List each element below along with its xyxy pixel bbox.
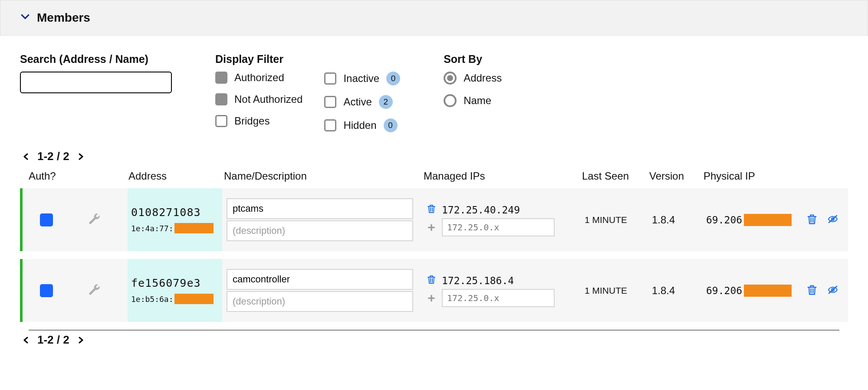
search-label: Search (Address / Name) [20, 53, 172, 66]
member-name-input[interactable] [227, 269, 413, 290]
add-ip-input[interactable] [442, 218, 555, 236]
col-physical-ip: Physical IP [704, 170, 803, 182]
member-description-input[interactable] [227, 291, 413, 312]
sort-name-radio[interactable] [444, 94, 457, 107]
filter-active-checkbox[interactable] [324, 96, 336, 108]
pager-next-icon[interactable] [77, 333, 84, 347]
search-section: Search (Address / Name) [20, 53, 172, 93]
panel-title: Members [37, 11, 90, 25]
redacted-block [174, 223, 214, 233]
trash-icon[interactable] [426, 274, 437, 287]
sort-address-radio[interactable] [444, 72, 457, 85]
sort-section: Sort By Address Name [444, 53, 502, 107]
chevron-down-icon [20, 11, 30, 25]
filter-bridges-label: Bridges [234, 115, 270, 127]
member-row: fe156079e3 1e:b5:6a: 172.25.186.4 + 1 MI… [20, 259, 848, 322]
pager-top: 1-2 / 2 [20, 150, 848, 163]
member-description-input[interactable] [227, 220, 413, 241]
redacted-block [744, 214, 792, 226]
hidden-count-badge: 0 [384, 118, 398, 132]
filter-not-authorized-label: Not Authorized [234, 93, 302, 105]
filter-bridges-checkbox[interactable] [215, 115, 227, 127]
version-value: 1.8.4 [652, 214, 706, 226]
sort-address-label: Address [464, 72, 502, 84]
active-count-badge: 2 [379, 95, 393, 109]
member-address[interactable]: 0108271083 [131, 206, 219, 219]
members-table-header: Auth? Address Name/Description Managed I… [20, 167, 848, 188]
auth-checkbox[interactable] [40, 284, 53, 297]
wrench-icon[interactable] [88, 283, 131, 298]
filter-authorized-label: Authorized [234, 72, 284, 84]
pager-bottom: 1-2 / 2 [20, 333, 848, 347]
version-value: 1.8.4 [652, 285, 706, 297]
pager-range: 1-2 / 2 [37, 333, 69, 347]
filter-inactive-checkbox[interactable] [324, 72, 336, 85]
address-cell: 0108271083 1e:4a:77: [128, 188, 222, 251]
col-name: Name/Description [224, 170, 424, 182]
managed-ip: 172.25.40.249 [442, 204, 520, 216]
controls-bar: Search (Address / Name) Display Filter A… [20, 53, 848, 132]
hide-member-icon[interactable] [827, 284, 839, 298]
members-panel-header[interactable]: Members [0, 0, 868, 36]
sort-name-option[interactable]: Name [444, 94, 502, 107]
trash-icon[interactable] [426, 203, 437, 216]
table-divider [29, 330, 839, 331]
sort-address-option[interactable]: Address [444, 72, 502, 85]
sort-label: Sort By [444, 53, 502, 66]
physical-ip-prefix: 69.206 [706, 214, 742, 226]
member-address[interactable]: fe156079e3 [131, 277, 219, 289]
member-mac-prefix: 1e:b5:6a: [131, 295, 174, 304]
col-version: Version [649, 170, 704, 182]
member-row: 0108271083 1e:4a:77: 172.25.40.249 + 1 M… [20, 188, 848, 251]
filter-hidden-checkbox[interactable] [324, 119, 336, 131]
auth-checkbox[interactable] [40, 213, 53, 226]
wrench-icon[interactable] [88, 213, 131, 227]
add-ip-input[interactable] [442, 289, 555, 307]
display-filter-section: Display Filter Authorized Not Authorized… [215, 53, 400, 132]
filter-inactive-label: Inactive [343, 72, 379, 85]
last-seen-value: 1 MINUTE [585, 215, 652, 225]
delete-member-icon[interactable] [806, 284, 818, 298]
redacted-block [174, 294, 214, 304]
pager-next-icon[interactable] [77, 150, 84, 163]
col-auth: Auth? [29, 170, 85, 182]
filter-not-authorized-checkbox[interactable] [215, 93, 227, 105]
display-filter-label: Display Filter [215, 53, 400, 66]
delete-member-icon[interactable] [806, 213, 818, 227]
filter-authorized-checkbox[interactable] [215, 72, 227, 84]
filter-active-label: Active [343, 96, 372, 108]
member-name-input[interactable] [227, 198, 413, 219]
filter-hidden-label: Hidden [343, 119, 376, 131]
col-managed-ips: Managed IPs [424, 170, 582, 182]
search-input[interactable] [20, 72, 172, 93]
plus-icon[interactable]: + [426, 220, 437, 235]
address-cell: fe156079e3 1e:b5:6a: [128, 259, 222, 322]
managed-ip: 172.25.186.4 [442, 275, 514, 286]
inactive-count-badge: 0 [386, 72, 400, 85]
hide-member-icon[interactable] [827, 213, 839, 227]
col-last-seen: Last Seen [582, 170, 649, 182]
physical-ip-prefix: 69.206 [706, 285, 742, 296]
member-mac-prefix: 1e:4a:77: [131, 224, 174, 233]
pager-prev-icon[interactable] [23, 150, 30, 163]
last-seen-value: 1 MINUTE [585, 285, 652, 296]
pager-prev-icon[interactable] [23, 333, 30, 347]
redacted-block [744, 285, 792, 297]
sort-name-label: Name [464, 95, 491, 107]
col-address: Address [128, 170, 224, 182]
plus-icon[interactable]: + [426, 291, 437, 305]
pager-range: 1-2 / 2 [37, 150, 69, 163]
